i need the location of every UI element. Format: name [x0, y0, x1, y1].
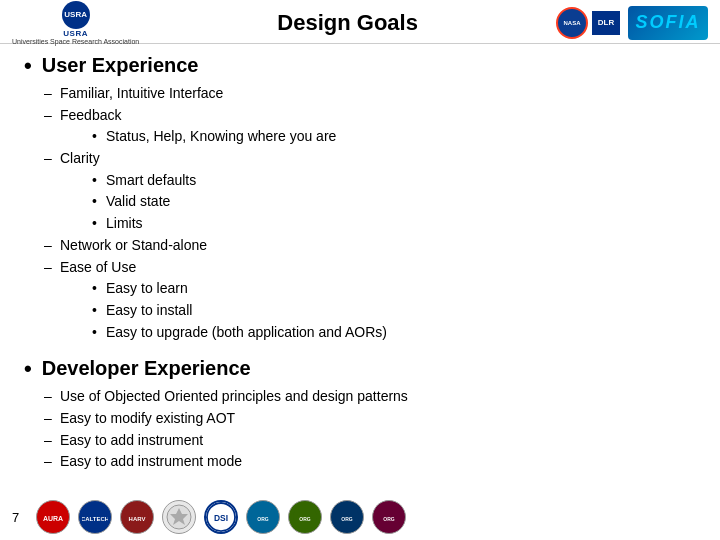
footer-logo-8-icon: ORG	[334, 504, 360, 530]
list-item: Easy to learn	[92, 278, 696, 300]
list-item: Easy to add instrument mode	[44, 451, 696, 473]
footer-logo-dsi: DSI	[204, 500, 238, 534]
header-left-logos: USRA USRA Universities Space Research As…	[12, 1, 139, 45]
nasa-logo: NASA	[556, 7, 588, 39]
footer: 7 AURA CALTECH HARV	[0, 500, 720, 534]
list-item: Feedback Status, Help, Knowing where you…	[44, 105, 696, 148]
de-bullet: •	[24, 358, 32, 380]
ue-bullet: •	[24, 55, 32, 77]
header-center: Design Goals	[277, 10, 418, 36]
usra-full-text: Universities Space Research Association	[12, 38, 139, 45]
footer-logo-7: ORG	[288, 500, 322, 534]
svg-text:ORG: ORG	[383, 516, 395, 522]
usra-abbr-text: USRA	[63, 29, 88, 38]
footer-logo-9: ORG	[372, 500, 406, 534]
developer-experience-title: • Developer Experience	[24, 357, 696, 380]
de-item-3: Easy to add instrument	[60, 432, 203, 448]
footer-logo-1: AURA	[36, 500, 70, 534]
ue-item-5: Ease of Use	[60, 259, 136, 275]
footer-logo-dsi-icon: DSI	[206, 501, 236, 533]
de-title-text: Developer Experience	[42, 357, 251, 380]
clarity-sub-3: Limits	[106, 215, 143, 231]
ue-item-3: Clarity	[60, 150, 100, 166]
footer-logo-2: CALTECH	[78, 500, 112, 534]
usra-logo: USRA USRA Universities Space Research As…	[12, 1, 139, 45]
footer-logo-4	[162, 500, 196, 534]
ease-bullet-list: Easy to learn Easy to install Easy to up…	[76, 278, 696, 343]
svg-text:CALTECH: CALTECH	[82, 516, 108, 522]
list-item: Easy to add instrument	[44, 430, 696, 452]
de-item-2: Easy to modify existing AOT	[60, 410, 235, 426]
footer-logo-6-icon: ORG	[250, 504, 276, 530]
footer-logo-2-icon: CALTECH	[82, 504, 108, 530]
usra-abbr-label: USRA	[64, 10, 87, 19]
list-item: Ease of Use Easy to learn Easy to instal…	[44, 257, 696, 344]
footer-logo-6: ORG	[246, 500, 280, 534]
header-right-logos: NASA DLR SOFIA	[556, 6, 708, 40]
developer-experience-section: • Developer Experience Use of Objected O…	[24, 357, 696, 473]
list-item: Smart defaults	[92, 170, 696, 192]
clarity-subitems: Smart defaults Valid state Limits	[60, 170, 696, 235]
page-title: Design Goals	[277, 10, 418, 36]
sofia-label: SOFIA	[635, 12, 700, 33]
list-item: Network or Stand-alone	[44, 235, 696, 257]
ue-list: Familiar, Intuitive Interface Feedback S…	[24, 83, 696, 343]
svg-text:DSI: DSI	[214, 513, 228, 523]
user-experience-title: • User Experience	[24, 54, 696, 77]
dlr-logo: DLR	[592, 11, 620, 35]
feedback-bullet-list: Status, Help, Knowing where you are	[76, 126, 696, 148]
usra-circle: USRA	[62, 1, 90, 29]
clarity-bullet-list: Smart defaults Valid state Limits	[76, 170, 696, 235]
ue-item-2: Feedback	[60, 107, 121, 123]
ue-item-4: Network or Stand-alone	[60, 237, 207, 253]
ease-sub-2: Easy to install	[106, 302, 192, 318]
ue-item-1: Familiar, Intuitive Interface	[60, 85, 223, 101]
header: USRA USRA Universities Space Research As…	[0, 0, 720, 44]
clarity-sub-2: Valid state	[106, 193, 170, 209]
de-item-4: Easy to add instrument mode	[60, 453, 242, 469]
footer-logo-4-icon	[166, 504, 192, 530]
footer-logo-3: HARV	[120, 500, 154, 534]
sofia-logo: SOFIA	[628, 6, 708, 40]
ease-sub-3: Easy to upgrade (both application and AO…	[106, 324, 387, 340]
nasa-label: NASA	[563, 20, 580, 26]
page-number: 7	[12, 510, 26, 525]
feedback-subitems: Status, Help, Knowing where you are	[60, 126, 696, 148]
list-item: Familiar, Intuitive Interface	[44, 83, 696, 105]
main-content: • User Experience Familiar, Intuitive In…	[0, 44, 720, 473]
de-item-1: Use of Objected Oriented principles and …	[60, 388, 408, 404]
svg-text:AURA: AURA	[43, 515, 63, 522]
footer-logo-7-icon: ORG	[292, 504, 318, 530]
svg-text:ORG: ORG	[299, 516, 311, 522]
feedback-sub-1: Status, Help, Knowing where you are	[106, 128, 336, 144]
ease-sub-1: Easy to learn	[106, 280, 188, 296]
ease-subitems: Easy to learn Easy to install Easy to up…	[60, 278, 696, 343]
svg-text:ORG: ORG	[257, 516, 269, 522]
footer-logo-1-icon: AURA	[40, 504, 66, 530]
list-item: Easy to upgrade (both application and AO…	[92, 322, 696, 344]
list-item: Valid state	[92, 191, 696, 213]
dlr-label: DLR	[598, 18, 614, 27]
footer-logo-3-icon: HARV	[124, 504, 150, 530]
clarity-sub-1: Smart defaults	[106, 172, 196, 188]
svg-text:ORG: ORG	[341, 516, 353, 522]
list-item: Use of Objected Oriented principles and …	[44, 386, 696, 408]
list-item: Limits	[92, 213, 696, 235]
footer-logos: AURA CALTECH HARV	[36, 500, 406, 534]
list-item: Easy to modify existing AOT	[44, 408, 696, 430]
de-list: Use of Objected Oriented principles and …	[24, 386, 696, 473]
svg-text:HARV: HARV	[129, 516, 146, 522]
list-item: Clarity Smart defaults Valid state Limit…	[44, 148, 696, 235]
footer-logo-8: ORG	[330, 500, 364, 534]
list-item: Status, Help, Knowing where you are	[92, 126, 696, 148]
ue-title-text: User Experience	[42, 54, 199, 77]
user-experience-section: • User Experience Familiar, Intuitive In…	[24, 54, 696, 343]
footer-logo-9-icon: ORG	[376, 504, 402, 530]
list-item: Easy to install	[92, 300, 696, 322]
